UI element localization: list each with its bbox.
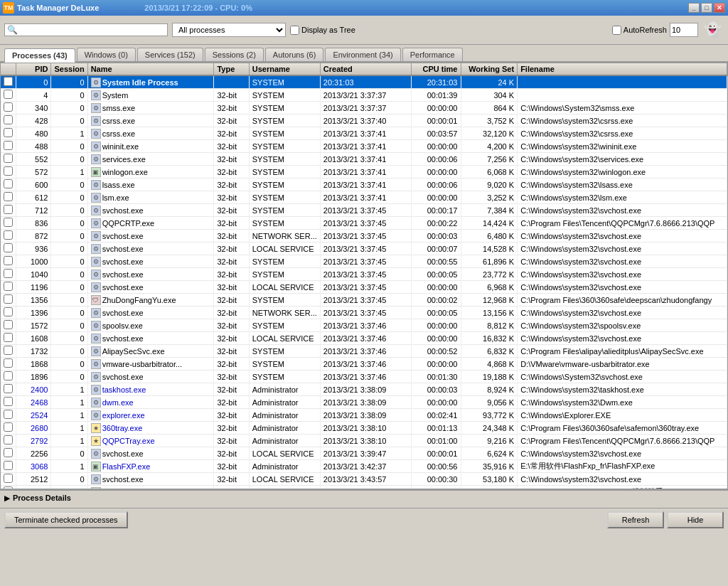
row-checkbox-cell[interactable]	[1, 383, 16, 396]
window-controls[interactable]: _ □ ✕	[688, 3, 725, 13]
row-checkbox-cell[interactable]	[1, 345, 16, 358]
table-row[interactable]: 4 0 ⚙ System 32-bit SYSTEM 2013/3/21 3:3…	[1, 89, 727, 102]
row-checkbox-cell[interactable]	[1, 166, 16, 179]
col-ws[interactable]: Working Set	[461, 63, 518, 75]
row-checkbox[interactable]	[4, 205, 13, 214]
search-box[interactable]: 🔍	[4, 23, 168, 36]
row-checkbox-cell[interactable]	[1, 447, 16, 460]
row-checkbox[interactable]	[4, 422, 13, 432]
row-checkbox-cell[interactable]	[1, 319, 16, 332]
col-session[interactable]: Session	[51, 63, 87, 75]
row-checkbox[interactable]	[4, 461, 13, 470]
search-input[interactable]	[20, 26, 155, 34]
terminate-button[interactable]: Terminate checked processes	[4, 511, 128, 528]
row-checkbox-cell[interactable]	[1, 358, 16, 371]
row-checkbox[interactable]	[4, 256, 13, 265]
row-checkbox[interactable]	[4, 435, 13, 444]
row-checkbox[interactable]	[4, 333, 13, 342]
row-checkbox[interactable]	[4, 218, 13, 227]
row-checkbox[interactable]	[4, 141, 13, 150]
row-checkbox-cell[interactable]	[1, 127, 16, 140]
refresh-button[interactable]: Refresh	[607, 511, 664, 528]
row-checkbox[interactable]	[4, 307, 13, 316]
table-row[interactable]: 2792 1 ★ QQPCTray.exe 32-bit Administrat…	[1, 435, 727, 447]
row-checkbox[interactable]	[4, 192, 13, 201]
row-checkbox[interactable]	[4, 371, 13, 380]
table-row[interactable]: 1868 0 ⚙ vmware-usbarbitrator... 32-bit …	[1, 358, 727, 371]
row-checkbox-cell[interactable]	[1, 140, 16, 153]
table-row[interactable]: 2256 0 ⚙ svchost.exe 32-bit LOCAL SERVIC…	[1, 447, 727, 460]
tab-autoruns--6-[interactable]: Autoruns (6)	[265, 48, 324, 61]
row-checkbox[interactable]	[4, 77, 13, 86]
autorefresh-interval-input[interactable]	[670, 23, 698, 37]
row-checkbox-cell[interactable]	[1, 243, 16, 255]
table-row[interactable]: 1608 0 ⚙ svchost.exe 32-bit LOCAL SERVIC…	[1, 332, 727, 345]
table-row[interactable]: 552 0 ⚙ services.exe 32-bit SYSTEM 2013/…	[1, 153, 727, 166]
row-checkbox[interactable]	[4, 230, 13, 240]
row-checkbox-cell[interactable]	[1, 460, 16, 473]
tab-windows--0-[interactable]: Windows (0)	[77, 48, 136, 61]
table-row[interactable]: 836 0 ⚙ QQPCRTP.exe 32-bit SYSTEM 2013/3…	[1, 217, 727, 230]
col-type[interactable]: Type	[214, 63, 249, 75]
row-checkbox[interactable]	[4, 90, 13, 99]
row-checkbox-cell[interactable]	[1, 89, 16, 102]
row-checkbox-cell[interactable]	[1, 409, 16, 422]
table-row[interactable]: 572 1 ▣ winlogon.exe 32-bit SYSTEM 2013/…	[1, 166, 727, 179]
table-row[interactable]: 1000 0 ⚙ svchost.exe 32-bit SYSTEM 2013/…	[1, 255, 727, 268]
row-checkbox[interactable]	[4, 154, 13, 163]
row-checkbox-cell[interactable]	[1, 332, 16, 345]
row-checkbox[interactable]	[4, 358, 13, 368]
row-checkbox[interactable]	[4, 102, 13, 112]
row-checkbox[interactable]	[4, 320, 13, 329]
autorefresh-label[interactable]: AutoRefresh	[612, 26, 667, 35]
row-checkbox[interactable]	[4, 115, 13, 124]
row-checkbox-cell[interactable]	[1, 396, 16, 409]
row-checkbox[interactable]	[4, 410, 13, 419]
row-checkbox[interactable]	[4, 282, 13, 291]
table-row[interactable]: 1396 0 ⚙ svchost.exe 32-bit NETWORK SER.…	[1, 307, 727, 319]
display-as-tree-label[interactable]: Display as Tree	[290, 26, 355, 35]
table-row[interactable]: 1196 0 ⚙ svchost.exe 32-bit LOCAL SERVIC…	[1, 281, 727, 294]
col-name[interactable]: Name	[87, 63, 214, 75]
autorefresh-checkbox[interactable]	[612, 26, 621, 35]
table-row[interactable]: 1356 0 🛡 ZhuDongFangYu.exe 32-bit SYSTEM…	[1, 294, 727, 307]
row-checkbox-cell[interactable]	[1, 307, 16, 319]
row-checkbox-cell[interactable]	[1, 435, 16, 447]
close-button[interactable]: ✕	[714, 3, 725, 13]
hide-button[interactable]: Hide	[667, 511, 724, 528]
process-table-container[interactable]: PID Session Name Type Username Created C…	[0, 63, 728, 489]
row-checkbox-cell[interactable]	[1, 371, 16, 383]
col-pid[interactable]: PID	[16, 63, 51, 75]
expand-icon[interactable]: ▶	[4, 494, 10, 502]
row-checkbox[interactable]	[4, 269, 13, 278]
row-checkbox[interactable]	[4, 474, 13, 483]
row-checkbox-cell[interactable]	[1, 217, 16, 230]
table-row[interactable]: 936 0 ⚙ svchost.exe 32-bit LOCAL SERVICE…	[1, 243, 727, 255]
tab-processes--43-[interactable]: Processes (43)	[4, 48, 75, 63]
row-checkbox-cell[interactable]	[1, 422, 16, 435]
row-checkbox[interactable]	[4, 448, 13, 457]
display-as-tree-checkbox[interactable]	[290, 26, 299, 35]
row-checkbox-cell[interactable]	[1, 75, 16, 89]
col-filename[interactable]: Filename	[518, 63, 727, 75]
row-checkbox-cell[interactable]	[1, 281, 16, 294]
table-row[interactable]: 428 0 ⚙ csrss.exe 32-bit SYSTEM 2013/3/2…	[1, 114, 727, 127]
table-row[interactable]: 3068 1 ▣ FlashFXP.exe 32-bit Administrat…	[1, 460, 727, 473]
table-row[interactable]: 480 1 ⚙ csrss.exe 32-bit SYSTEM 2013/3/2…	[1, 127, 727, 140]
row-checkbox-cell[interactable]	[1, 230, 16, 243]
row-checkbox-cell[interactable]	[1, 153, 16, 166]
col-created[interactable]: Created	[320, 63, 411, 75]
row-checkbox-cell[interactable]	[1, 191, 16, 204]
row-checkbox[interactable]	[4, 346, 13, 355]
maximize-button[interactable]: □	[701, 3, 712, 13]
row-checkbox[interactable]	[4, 166, 13, 176]
table-row[interactable]: 872 0 ⚙ svchost.exe 32-bit NETWORK SER..…	[1, 230, 727, 243]
process-filter-dropdown[interactable]: All processes My processes System proces…	[172, 23, 286, 37]
row-checkbox-cell[interactable]	[1, 255, 16, 268]
minimize-button[interactable]: _	[688, 3, 700, 13]
table-row[interactable]: 488 0 ⚙ wininit.exe 32-bit SYSTEM 2013/3…	[1, 140, 727, 153]
row-checkbox-cell[interactable]	[1, 114, 16, 127]
table-row[interactable]: 0 0 ⚙ System Idle Process SYSTEM 20:31:0…	[1, 75, 727, 89]
table-row[interactable]: 612 0 ⚙ lsm.exe 32-bit SYSTEM 2013/3/21 …	[1, 191, 727, 204]
table-row[interactable]: 2680 1 ★ 360tray.exe 32-bit Administrato…	[1, 422, 727, 435]
